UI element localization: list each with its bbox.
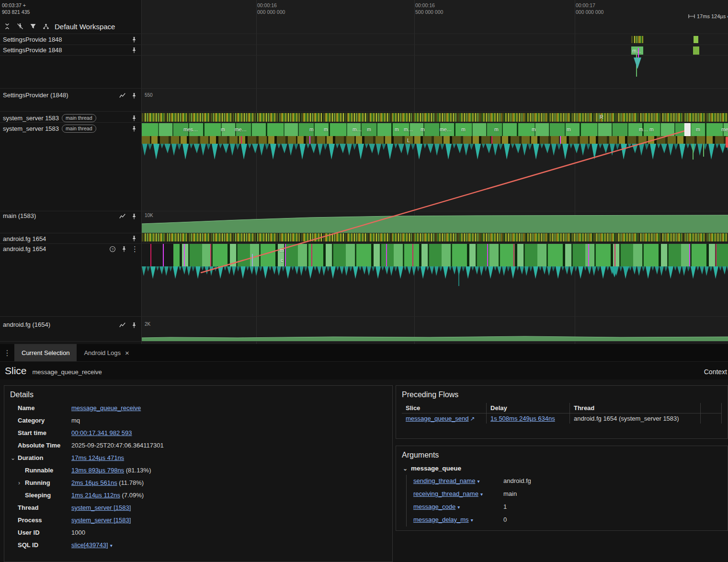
- time-tick: 00:00:16500 000 000: [415, 2, 443, 15]
- runnable-link[interactable]: 13ms 893µs 798ns: [71, 467, 124, 474]
- details-card: Details Name message_queue_receive Categ…: [4, 385, 393, 562]
- dropdown-caret-icon[interactable]: ▾: [108, 543, 113, 548]
- main-thread-chip: main thread: [62, 114, 96, 122]
- preceding-flows-title: Preceding Flows: [396, 386, 728, 402]
- pin-icon[interactable]: [120, 245, 128, 253]
- track-label: android.fg 1654: [3, 245, 46, 252]
- tab-bar: ⋮ Current Selection Android Logs ×: [0, 344, 728, 361]
- expand-chevron-icon[interactable]: ⌄: [11, 452, 15, 464]
- track-row-settingsprovider-counter[interactable]: SettingsProvider (1848): [0, 89, 141, 110]
- pin-icon[interactable]: [130, 321, 138, 330]
- slice-name-link[interactable]: message_queue_receive: [71, 404, 141, 412]
- track-label: SettingsProvide 1848: [3, 46, 62, 54]
- pin-icon[interactable]: [130, 114, 138, 123]
- unpin-all-icon[interactable]: [16, 22, 24, 31]
- track-separator: [0, 55, 728, 56]
- flow-slice-link[interactable]: message_queue_send: [406, 415, 469, 422]
- contextual-options[interactable]: Context: [704, 368, 727, 376]
- selection-name: message_queue_receive: [33, 368, 102, 376]
- selection-header: Slice message_queue_receive Context: [0, 361, 728, 379]
- track-row-androidfg-2[interactable]: android.fg 1654 ⋮: [0, 244, 141, 254]
- thread-state-strip: [142, 233, 728, 241]
- argument-row: receiving_thread_name▾ main: [413, 488, 728, 501]
- detail-row-absolute-time: Absolute Time 2025-09-25T20:47:06.364117…: [4, 439, 392, 452]
- argument-key-link[interactable]: message_delay_ms: [413, 516, 469, 523]
- workspace-icon[interactable]: [42, 22, 50, 31]
- help-icon[interactable]: [108, 245, 117, 253]
- close-icon[interactable]: ×: [125, 349, 129, 356]
- tab-label: Current Selection: [22, 349, 69, 356]
- flame-pattern: [142, 266, 728, 280]
- arguments-card: Arguments ⌄ message_queue sending_thread…: [396, 446, 728, 531]
- process-link[interactable]: system_server [1583]: [71, 516, 131, 524]
- detail-row-sql-id: SQL ID slice[439743]▾: [4, 539, 392, 552]
- tab-label: Android Logs: [84, 349, 121, 356]
- detail-row-runnable: Runnable 13ms 893µs 798ns (81.13%): [4, 464, 392, 477]
- dropdown-caret-icon[interactable]: ▾: [475, 479, 479, 484]
- col-header-empty: [701, 403, 722, 413]
- argument-row: message_code▾ 1: [413, 501, 728, 514]
- argument-key-link[interactable]: sending_thread_name: [413, 477, 475, 484]
- thread-link[interactable]: system_server [1583]: [71, 504, 131, 511]
- gridline: [414, 0, 415, 344]
- detail-row-category: Category mq: [4, 414, 392, 427]
- track-separator: [0, 316, 728, 317]
- tab-current-selection[interactable]: Current Selection: [14, 344, 77, 361]
- selected-slice[interactable]: [684, 123, 691, 136]
- slice-track-gap: [142, 244, 173, 266]
- track-row-settingsprovide-pinned-2[interactable]: SettingsProvide 1848: [0, 45, 141, 55]
- start-time-link[interactable]: 00:00:17.341 982 593: [71, 429, 132, 436]
- pin-icon[interactable]: [130, 35, 138, 44]
- pin-icon[interactable]: [130, 92, 138, 100]
- details-title: Details: [4, 386, 392, 402]
- filter-icon[interactable]: [29, 22, 37, 31]
- duration-bracket-icon: [688, 14, 695, 19]
- col-header-thread: Thread: [569, 403, 701, 413]
- track-separator: [0, 111, 728, 112]
- dropdown-caret-icon[interactable]: ▾: [455, 505, 460, 510]
- expand-chevron-icon[interactable]: ⌄: [403, 462, 408, 475]
- sleeping-link[interactable]: 1ms 214µs 112ns: [71, 492, 120, 499]
- chart-icon[interactable]: [118, 212, 127, 221]
- sql-id-link[interactable]: slice[439743]: [71, 541, 108, 549]
- track-row-system-server-1[interactable]: system_server 1583 main thread: [0, 113, 141, 123]
- duration-link[interactable]: 17ms 124µs 471ns: [71, 454, 124, 461]
- argument-key-link[interactable]: receiving_thread_name: [413, 490, 478, 497]
- slice-track: [142, 123, 728, 136]
- track-row-system-server-2[interactable]: system_server 1583 main thread: [0, 124, 141, 134]
- dropdown-caret-icon[interactable]: ▾: [469, 517, 473, 523]
- argument-key-link[interactable]: message_code: [413, 503, 455, 510]
- collapse-chevron-icon[interactable]: ›: [18, 477, 20, 489]
- detail-row-process: Process system_server [1583]: [4, 514, 392, 527]
- detail-row-sleeping: Sleeping 1ms 214µs 112ns (7.09%): [4, 489, 392, 502]
- workspace-title[interactable]: Default Workspace: [55, 23, 115, 31]
- gridline: [575, 0, 575, 344]
- flow-row: message_queue_send↗ 1s 508ms 249µs 634ns…: [402, 413, 722, 424]
- argument-value: main: [503, 488, 728, 501]
- tab-menu-icon[interactable]: ⋮: [0, 344, 14, 361]
- col-header-delay: Delay: [487, 403, 570, 413]
- dropdown-caret-icon[interactable]: ▾: [478, 492, 483, 497]
- main-thread-chip: main thread: [62, 125, 96, 133]
- track-row-androidfg-counter[interactable]: android.fg (1654): [0, 319, 141, 340]
- chart-icon[interactable]: [118, 92, 127, 100]
- track-label: main (1583): [3, 212, 36, 219]
- track-label: system_server 1583: [3, 125, 59, 132]
- flow-delay-link[interactable]: 1s 508ms 249µs 634ns: [490, 415, 555, 422]
- pin-icon[interactable]: [130, 46, 138, 55]
- running-link[interactable]: 2ms 16µs 561ns: [71, 479, 117, 486]
- collapse-tracks-icon[interactable]: [3, 22, 11, 31]
- flame-pattern: [142, 144, 728, 161]
- argument-group[interactable]: ⌄ message_queue: [396, 462, 728, 475]
- chart-icon[interactable]: [118, 321, 127, 330]
- pin-icon[interactable]: [130, 212, 138, 221]
- pin-icon[interactable]: [130, 125, 138, 133]
- more-options-icon[interactable]: ⋮: [131, 245, 138, 253]
- track-row-main-counter[interactable]: main (1583): [0, 210, 141, 231]
- tab-android-logs[interactable]: Android Logs ×: [77, 344, 136, 361]
- track-row-androidfg-1[interactable]: android.fg 1654: [0, 234, 141, 243]
- counter-max-label: 10K: [145, 213, 153, 218]
- counter-max-label: 2K: [145, 321, 150, 327]
- pin-icon[interactable]: [130, 234, 138, 243]
- track-row-settingsprovide-pinned-1[interactable]: SettingsProvide 1848: [0, 34, 141, 45]
